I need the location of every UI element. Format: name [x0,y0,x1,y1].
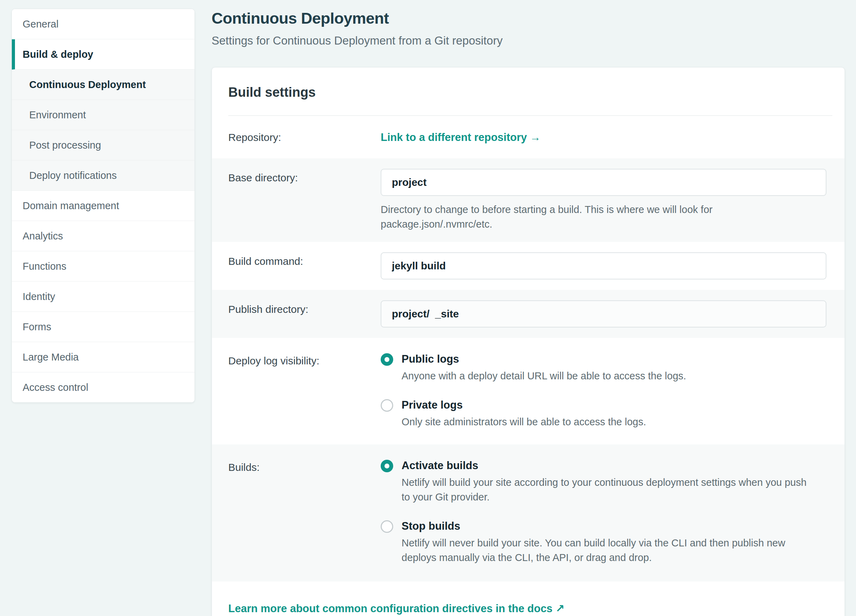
sidebar-item-large-media[interactable]: Large Media [12,342,194,373]
sidebar-item-access-control[interactable]: Access control [12,373,194,402]
private-logs-option[interactable]: Private logs Only site administrators wi… [381,398,827,429]
deploy-log-visibility-label: Deploy log visibility: [228,352,381,368]
sidebar-item-label: General [23,18,59,29]
sidebar-item-label: Environment [29,109,86,120]
link-different-repository[interactable]: Link to a different repository → [381,131,541,145]
publish-directory-label: Publish directory: [228,300,381,316]
sidebar-item-environment[interactable]: Environment [12,100,194,130]
sidebar-item-forms[interactable]: Forms [12,312,194,342]
private-logs-label: Private logs [402,398,827,413]
activate-builds-option[interactable]: Activate builds Netlify will build your … [381,458,827,504]
sidebar-item-post-processing[interactable]: Post processing [12,130,194,160]
sidebar-item-general[interactable]: General [12,9,194,39]
radio-selected-icon[interactable] [381,353,393,366]
stop-builds-description: Netlify will never build your site. You … [402,536,812,565]
radio-selected-icon[interactable] [381,460,393,472]
build-command-label: Build command: [228,252,381,268]
repository-label: Repository: [228,131,381,145]
page-title: Continuous Deployment [212,9,845,28]
deploy-log-visibility-row: Deploy log visibility: Public logs Anyon… [212,338,845,444]
activate-builds-label: Activate builds [402,458,827,473]
build-command-row: Build command: [212,242,845,290]
docs-link[interactable]: Learn more about common configuration di… [228,602,564,616]
public-logs-description: Anyone with a deploy detail URL will be … [402,368,812,383]
external-link-arrow-icon: ↗ [556,602,565,614]
sidebar-item-functions[interactable]: Functions [12,251,194,282]
base-directory-row: Base directory: Directory to change to b… [212,159,845,242]
main-content: Continuous Deployment Settings for Conti… [195,9,845,616]
build-command-input[interactable] [381,252,827,279]
sidebar-item-domain-management[interactable]: Domain management [12,191,194,221]
sidebar-item-analytics[interactable]: Analytics [12,221,194,251]
radio-unselected-icon[interactable] [381,520,393,533]
build-settings-card: Build settings Repository: Link to a dif… [212,67,845,616]
sidebar-item-build-deploy[interactable]: Build & deploy [12,39,194,69]
settings-page: General Build & deploy Continuous Deploy… [0,0,856,616]
docs-link-text: Learn more about common configuration di… [228,602,553,614]
sidebar-item-label: Domain management [23,200,119,211]
sidebar-item-label: Large Media [23,351,79,363]
activate-builds-description: Netlify will build your site according t… [402,475,812,504]
stop-builds-option[interactable]: Stop builds Netlify will never build you… [381,519,827,565]
stop-builds-label: Stop builds [402,519,827,533]
public-logs-option[interactable]: Public logs Anyone with a deploy detail … [381,352,827,383]
sidebar-item-label: Post processing [29,140,101,151]
sidebar-item-label: Deploy notifications [29,170,117,181]
sidebar-item-label: Access control [23,382,88,393]
settings-sidebar: General Build & deploy Continuous Deploy… [11,9,195,403]
base-directory-input[interactable] [381,169,827,196]
sidebar-item-identity[interactable]: Identity [12,282,194,312]
docs-link-row: Learn more about common configuration di… [212,582,845,616]
sidebar-item-label: Analytics [23,230,63,242]
sidebar-item-label: Continuous Deployment [29,79,146,90]
base-directory-help: Directory to change to before starting a… [381,202,819,231]
publish-directory-value: _site [435,308,459,320]
publish-directory-row: Publish directory: project/ _site [212,290,845,338]
sidebar-item-label: Functions [23,261,66,272]
builds-row: Builds: Activate builds Netlify will bui… [212,444,845,582]
publish-directory-prefix: project/ [392,308,430,320]
sidebar-item-label: Identity [23,291,55,302]
sidebar-item-label: Build & deploy [23,49,93,60]
build-settings-heading: Build settings [228,85,832,100]
sidebar-item-deploy-notifications[interactable]: Deploy notifications [12,160,194,191]
sidebar-item-continuous-deployment[interactable]: Continuous Deployment [12,69,194,100]
repository-row: Repository: Link to a different reposito… [212,116,845,159]
right-arrow-icon: → [530,131,541,143]
builds-label: Builds: [228,458,381,474]
radio-unselected-icon[interactable] [381,399,393,412]
private-logs-description: Only site administrators will be able to… [402,414,812,429]
publish-directory-input[interactable]: project/ _site [381,300,827,328]
base-directory-label: Base directory: [228,169,381,185]
public-logs-label: Public logs [402,352,827,367]
sidebar-item-label: Forms [23,321,51,333]
page-subtitle: Settings for Continuous Deployment from … [212,33,845,48]
link-text: Link to a different repository [381,131,527,143]
